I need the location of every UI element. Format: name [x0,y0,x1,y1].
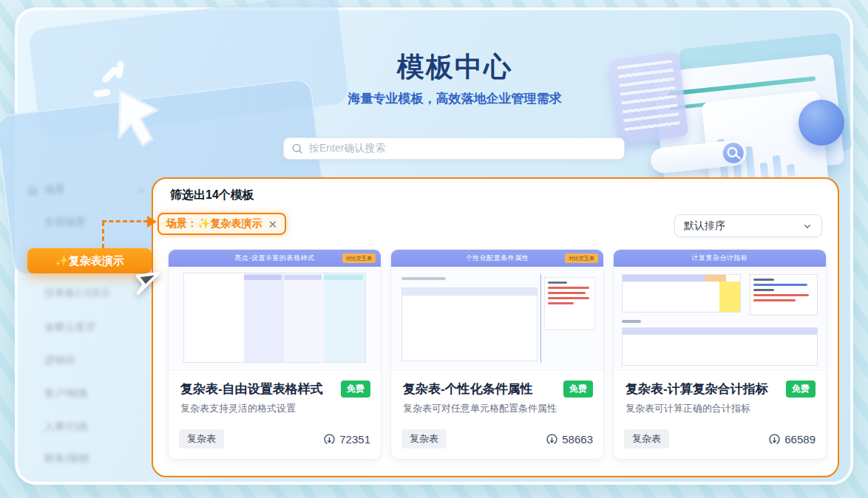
template-preview: 计算复杂合计指标 [614,250,826,370]
search-input[interactable]: 按Enter确认搜索 [283,137,625,160]
preview-sheet [169,267,381,369]
preview-sheet [614,267,826,369]
template-title: 复杂表-自由设置表格样式 [180,381,323,398]
template-preview: 亮点-设置丰富的表格样式 对比交互表 [169,250,381,370]
download-number: 58663 [562,433,593,446]
preview-divider [540,274,541,363]
template-card[interactable]: 计算复杂合计指标 复杂表-计算复杂合计指标 免费 复杂表可计算正确的合计指标 复… [613,249,827,460]
free-badge: 免费 [786,381,816,398]
download-icon [768,433,781,446]
chevron-down-icon [137,185,146,194]
sort-value: 默认排序 [684,219,725,233]
category-tag: 复杂表 [179,429,224,448]
search-placeholder: 按Enter确认搜索 [309,142,385,155]
sidebar-item-inventory[interactable]: 进销存 [44,354,148,367]
preview-action-button: 对比交互表 [565,253,598,263]
template-title: 复杂表-计算复杂合计指标 [625,381,768,398]
page-title: 模板中心 [281,49,628,86]
template-title: 复杂表-个性化条件属性 [403,381,533,398]
template-description: 复杂表可对任意单元格配置条件属性 [403,402,557,415]
connector-dashed-line [102,220,148,222]
preview-header: 计算复杂合计指标 [614,250,826,267]
template-description: 复杂表可计算正确的合计指标 [625,402,750,415]
active-filter-tag[interactable]: 场景：✨复杂表演示 ✕ [157,213,286,235]
sidebar-item-hr-admin[interactable]: 人事/行政 [44,420,148,434]
preview-title: 亮点-设置丰富的表格样式 [235,253,315,263]
sidebar-item-customer-sales[interactable]: 客户/销售 [44,387,148,400]
sidebar-group-label: 场景 [44,183,65,197]
download-icon [323,433,336,446]
download-count: 58663 [546,433,593,446]
filter-tag-close-icon[interactable]: ✕ [268,219,277,230]
category-tag: 复杂表 [624,429,669,448]
sidebar-item-kingdee-cloud[interactable]: 金蝶云星空 [44,321,148,334]
preview-header: 个性化配置条件属性 对比交互表 [391,250,603,267]
scene-icon [27,185,38,196]
chevron-down-icon [802,221,813,231]
filter-tag-label: 场景：✨复杂表演示 [166,217,262,231]
preview-table [622,274,741,313]
preview-table [183,273,366,363]
template-preview: 个性化配置条件属性 对比交互表 [391,250,603,370]
page-subtitle: 海量专业模板，高效落地企业管理需求 [244,90,665,107]
template-card[interactable]: 个性化配置条件属性 对比交互表 复杂表-个性化条件属性 免费 复杂表可对任意单元… [390,249,604,460]
preview-note [750,274,818,315]
sort-dropdown[interactable]: 默认排序 [674,214,822,237]
free-badge: 免费 [341,381,370,398]
preview-title: 个性化配置条件属性 [466,253,529,263]
sidebar-item-finance[interactable]: 财务/报销 [44,452,148,465]
download-number: 72351 [339,433,370,446]
result-count: 筛选出14个模板 [170,188,254,203]
mouse-pointer-icon [126,262,164,301]
connector-dashed-line [102,222,104,248]
preview-header: 亮点-设置丰富的表格样式 对比交互表 [169,250,381,267]
preview-caption [401,277,446,280]
download-number: 66589 [784,433,816,446]
template-card[interactable]: 亮点-设置丰富的表格样式 对比交互表 复杂表-自由设置表格样式 免费 复杂表支持… [168,249,382,460]
download-count: 72351 [323,433,370,446]
sidebar-item-all-scenes[interactable]: 全部场景 [44,216,148,229]
preview-note [544,277,595,330]
connector-arrow-icon [147,216,157,228]
free-badge: 免费 [563,381,593,398]
category-tag: 复杂表 [401,429,447,448]
preview-sheet [391,267,603,369]
preview-title: 计算复杂合计指标 [692,253,748,263]
sidebar-group-scene[interactable]: 场景 [27,183,146,197]
search-icon [291,143,303,154]
preview-action-button: 对比交互表 [342,253,376,263]
preview-caption [622,320,641,323]
download-count: 66589 [768,433,816,446]
preview-table [622,327,817,366]
preview-table [401,287,538,361]
download-icon [546,433,558,446]
template-description: 复杂表支持灵活的格式设置 [180,402,296,415]
